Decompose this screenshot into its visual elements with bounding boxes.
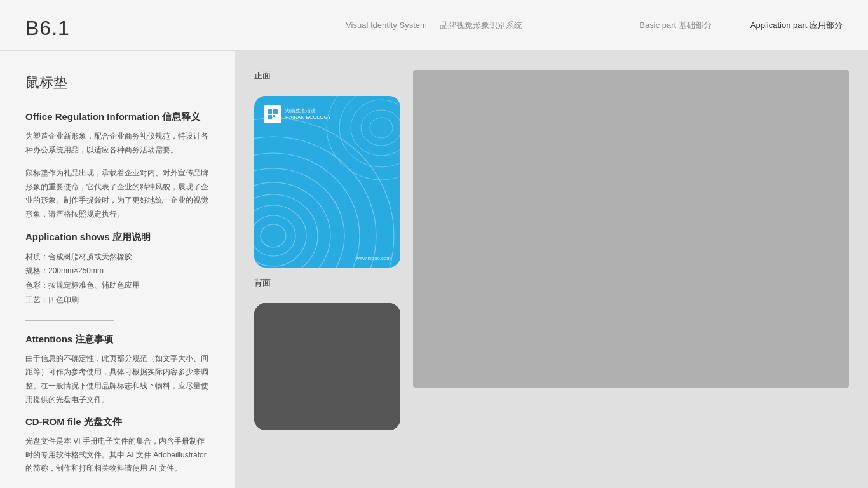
- svg-rect-14: [268, 109, 272, 114]
- section3-title: Attentions 注意事项: [25, 334, 210, 346]
- back-label: 背面: [254, 277, 400, 288]
- page-title: 鼠标垫: [25, 73, 210, 92]
- svg-point-10: [361, 110, 400, 146]
- main-photo: 海南生态洁源 HAINAN ECOLOGY www.hibdc.com: [413, 70, 849, 388]
- svg-point-8: [254, 118, 394, 268]
- logo-icon: [264, 105, 281, 123]
- header-divider: [25, 11, 203, 11]
- spec2: 规格：200mm×250mm: [25, 264, 210, 278]
- section4-body: 光盘文件是本 VI 手册电子文件的集合，内含手册制作时的专用软件格式文件。其中 …: [25, 435, 210, 476]
- svg-rect-21: [254, 303, 400, 430]
- svg-point-13: [327, 96, 400, 180]
- sidebar: 鼠标垫 Office Regulation Information 信息释义 为…: [0, 51, 235, 488]
- back-texture-svg: [254, 303, 400, 430]
- section-divider: [25, 320, 114, 321]
- front-website: www.hibdc.com: [355, 255, 391, 261]
- section4-title: CD-ROM file 光盘文件: [25, 416, 210, 428]
- mousepad-front: 海南生态洁源 HAINAN ECOLOGY www.hibdc.com: [254, 96, 400, 268]
- section3-body: 由于信息的不确定性，此页部分规范（如文字大小、间距等）可作为参考使用，具体可根据…: [25, 352, 210, 407]
- spec-list: 材质：合成树脂材质或天然橡胶 规格：200mm×250mm 色彩：按规定标准色、…: [25, 250, 210, 308]
- front-logo: 海南生态洁源 HAINAN ECOLOGY: [264, 105, 331, 123]
- svg-rect-17: [273, 115, 275, 117]
- content-top: 正面: [254, 70, 849, 430]
- application-part-label: Application part 应用部分: [750, 20, 843, 31]
- svg-point-12: [339, 96, 400, 167]
- section1-body2: 鼠标垫作为礼品出现，承载着企业对内、对外宣传品牌形象的重要使命，它代表了企业的精…: [25, 166, 210, 221]
- main-layout: 鼠标垫 Office Regulation Information 信息释义 为…: [0, 51, 868, 488]
- mousepad-previews: 正面: [254, 70, 400, 430]
- spec3: 色彩：按规定标准色、辅助色应用: [25, 278, 210, 293]
- vis-title-en: Visual Identity System: [346, 20, 427, 30]
- content-area: 正面: [235, 51, 868, 488]
- header-center: Visual Identity System 品牌视觉形象识别系统: [346, 20, 522, 31]
- header-right: Basic part 基础部分 Application part 应用部分: [639, 19, 843, 32]
- section1-body1: 为塑造企业新形象，配合企业商务礼仪规范，特设计各种办公系统用品，以适应各种商务活…: [25, 130, 210, 157]
- section1-title: Office Regulation Information 信息释义: [25, 111, 210, 123]
- svg-point-0: [261, 224, 286, 247]
- header: B6.1 Visual Identity System 品牌视觉形象识别系统 B…: [0, 0, 868, 51]
- svg-rect-16: [268, 115, 272, 119]
- vis-title-cn: 品牌视觉形象识别系统: [440, 20, 522, 31]
- svg-point-3: [254, 194, 318, 268]
- front-label: 正面: [254, 70, 400, 81]
- svg-point-7: [254, 137, 376, 268]
- svg-point-6: [254, 153, 360, 268]
- svg-point-5: [254, 168, 344, 268]
- section2-title: Application shows 应用说明: [25, 231, 210, 243]
- logo-text: 海南生态洁源 HAINAN ECOLOGY: [285, 108, 331, 121]
- logo-line1: 海南生态洁源: [285, 108, 331, 114]
- header-divider-vertical: [731, 19, 731, 32]
- logo-icon-svg: [266, 108, 279, 121]
- mousepad-back: [254, 303, 400, 430]
- svg-point-9: [370, 118, 393, 138]
- header-left: B6.1: [25, 11, 203, 40]
- svg-rect-15: [273, 109, 278, 114]
- page-code: B6.1: [25, 17, 203, 40]
- basic-part-label: Basic part 基础部分: [639, 20, 711, 31]
- spec1: 材质：合成树脂材质或天然橡胶: [25, 250, 210, 264]
- spec4: 工艺：四色印刷: [25, 293, 210, 308]
- svg-point-2: [254, 205, 306, 266]
- logo-line2: HAINAN ECOLOGY: [285, 114, 331, 121]
